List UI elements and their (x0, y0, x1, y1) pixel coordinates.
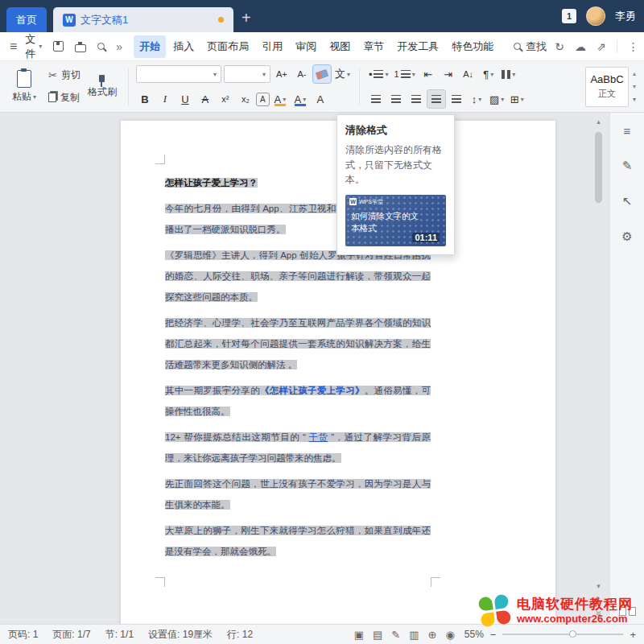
menu-tab-3[interactable]: 引用 (256, 35, 288, 58)
toolbar-overflow-icon[interactable]: » (116, 40, 122, 53)
hamburger-menu-icon[interactable]: ≡ (10, 39, 17, 54)
view-mode-icon-0[interactable]: ▣ (354, 629, 364, 641)
bullet-list-button[interactable]: • ▾ (367, 65, 390, 83)
file-menu[interactable]: 文件 ▾ (25, 32, 42, 61)
font-color-button[interactable]: A ▾ (291, 90, 309, 108)
menu-tab-2[interactable]: 页面布局 (201, 35, 254, 58)
superscript-button[interactable]: x² (217, 90, 234, 108)
align-left-button[interactable] (367, 90, 385, 108)
paste-button[interactable]: 粘贴 ▾ (6, 64, 42, 109)
menu-tab-7[interactable]: 开发工具 (391, 35, 444, 58)
menu-tab-8[interactable]: 特色功能 (446, 35, 499, 58)
sort-button[interactable]: A↓ (460, 65, 477, 83)
chevron-down-icon: ▾ (478, 96, 481, 103)
align-center-button[interactable] (387, 90, 405, 108)
cloud-icon[interactable]: ☁ (575, 40, 586, 53)
borders-button[interactable]: ⊞ ▾ (508, 90, 526, 108)
menu-tab-4[interactable]: 审阅 (290, 35, 322, 58)
vertical-scrollbar: ▴ ▾ « « (593, 116, 604, 621)
clear-format-button[interactable] (313, 65, 331, 83)
zoom-slider[interactable] (502, 634, 623, 635)
text-run: 《罗辑思维》主讲人，得到 App 创始人罗振宇针对百姓日常困扰的婚恋、人际交往、… (165, 250, 431, 302)
scrollbar-track[interactable] (593, 127, 604, 580)
status-field-2[interactable]: 节: 1/1 (105, 628, 134, 642)
avatar[interactable] (586, 6, 605, 26)
scroll-down-icon[interactable]: ▾ (597, 580, 601, 592)
justify-button[interactable] (427, 90, 445, 108)
print-icon[interactable] (75, 44, 86, 52)
view-mode-icon-4[interactable]: ⊕ (428, 629, 437, 641)
zoom-out-button[interactable]: − (490, 629, 497, 641)
menu-tab-1[interactable]: 插入 (167, 35, 200, 58)
zoom-slider-thumb[interactable] (569, 630, 576, 638)
bold-button[interactable]: B (136, 90, 154, 108)
save-icon[interactable] (53, 41, 64, 52)
menu-tab-6[interactable]: 章节 (357, 35, 390, 58)
view-mode-icon-1[interactable]: ▤ (373, 629, 382, 641)
status-field-3[interactable]: 设置值: 19厘米 (148, 628, 213, 642)
increase-font-button[interactable]: A+ (273, 65, 291, 83)
styles-expand-icon[interactable]: ▾ (633, 96, 636, 103)
font-family-select[interactable]: ▾ (136, 65, 221, 83)
paragraph-5[interactable]: 12+ 帮你提炼总结出这期节目的 “ 干货 ”，通过了解学习背后原理，来让你远离… (165, 427, 431, 469)
font-size-select[interactable]: ▾ (224, 65, 270, 83)
share-icon[interactable]: ⇗ (597, 40, 606, 53)
menu-tab-5[interactable]: 视图 (324, 35, 356, 58)
sync-icon[interactable]: ↻ (555, 40, 564, 53)
decrease-indent-button[interactable]: ⇤ (419, 65, 437, 83)
select-cursor-icon[interactable]: ↖ (622, 194, 633, 208)
paragraph-marks-button[interactable]: ¶ ▾ (480, 65, 497, 83)
align-right-button[interactable] (407, 90, 425, 108)
scrollbar-thumb[interactable] (595, 132, 602, 203)
new-tab-button[interactable]: + (233, 10, 259, 32)
numbered-list-button[interactable]: 1 ▾ (393, 65, 417, 83)
message-count-badge[interactable]: 1 (562, 9, 576, 23)
shading-button[interactable]: ▨ ▾ (488, 90, 506, 108)
print-preview-icon[interactable] (97, 43, 105, 50)
paragraph-6[interactable]: 先正面回答这个问题，世上没有孩子不爱学习，因为学习是人与生俱来的本能。 (165, 473, 431, 515)
highlight-color-button[interactable]: A ▾ (271, 90, 289, 108)
increase-indent-button[interactable]: ⇥ (440, 65, 457, 83)
styles-scroll-down-icon[interactable]: ▾ (633, 83, 636, 90)
status-field-4[interactable]: 行: 12 (227, 628, 253, 642)
decrease-font-button[interactable]: A- (293, 65, 311, 83)
character-shading-button[interactable]: A (257, 93, 269, 105)
tab-home[interactable]: 首页 (6, 7, 47, 32)
view-mode-icon-2[interactable]: ✎ (391, 629, 400, 641)
text-tool-button[interactable]: 文 ▾ (333, 65, 352, 83)
pen-annotate-icon[interactable]: ✎ (622, 159, 633, 173)
underline-button[interactable]: U (176, 90, 194, 108)
italic-button[interactable]: I (156, 90, 174, 108)
username[interactable]: 李勇 (615, 9, 636, 23)
zoom-in-button[interactable]: + (630, 629, 636, 641)
styles-scroll-up-icon[interactable]: ▴ (633, 70, 636, 77)
format-painter-button[interactable]: 格式刷 (84, 64, 121, 109)
paragraph-4[interactable]: 其中一期罗振宇分享的《怎样让孩子爱上学习》。通俗易懂，可操作性也很高。 (165, 380, 431, 422)
line-spacing-button[interactable]: ↕ ▾ (468, 90, 485, 108)
status-field-1[interactable]: 页面: 1/7 (52, 628, 90, 642)
settings-gear-icon[interactable]: ⚙ (621, 229, 632, 244)
tab-document[interactable]: W 文字文稿1 (53, 7, 233, 32)
view-mode-icon-3[interactable]: ▥ (409, 629, 419, 641)
more-options-icon[interactable]: ⋮ (628, 40, 639, 53)
zoom-level[interactable]: 55% (464, 629, 484, 640)
paragraph-7[interactable]: 大草原上的狮子，刚生下来就得学习怎么狩猎，如果直到成年还是没有学会，那就会饿死。 (165, 520, 431, 562)
copy-button[interactable]: 复制 (45, 89, 84, 106)
character-border-button[interactable]: A (312, 90, 329, 108)
statusbar: 页码: 1页面: 1/7节: 1/1设置值: 19厘米行: 12 ▣▤✎▥⊕◉ … (0, 624, 644, 644)
status-field-0[interactable]: 页码: 1 (8, 628, 38, 642)
columns-button[interactable]: ▾ (500, 65, 518, 83)
strikethrough-button[interactable]: A (196, 90, 214, 108)
tutorial-video-thumbnail[interactable]: W WPS学堂 如何清除文字的文本格式 01:11 (345, 195, 446, 246)
menu-tab-0[interactable]: 开始 (134, 35, 166, 58)
distribute-button[interactable] (448, 90, 465, 108)
search-control[interactable]: 查找 (514, 39, 547, 54)
align-left-icon (371, 95, 381, 103)
subscript-button[interactable]: x₂ (237, 90, 254, 108)
style-normal[interactable]: AaBbC 正文 (585, 67, 629, 107)
view-mode-icon-5[interactable]: ◉ (445, 629, 454, 641)
navigation-pane-icon[interactable]: ≡ (624, 124, 631, 138)
scroll-up-icon[interactable]: ▴ (597, 116, 601, 127)
cut-button[interactable]: ✂ 剪切 (45, 67, 84, 84)
paragraph-3[interactable]: 把经济学、心理学、社会学乃至互联网产品学界各个领域的知识都汇总起来，针对每个问题… (165, 312, 431, 375)
